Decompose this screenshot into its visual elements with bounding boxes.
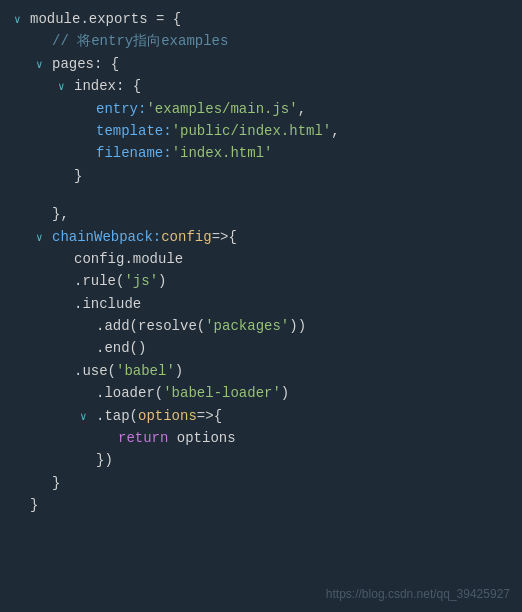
code-line: return options	[10, 427, 522, 449]
code-token: .rule(	[74, 270, 124, 292]
fold-arrow[interactable]: ∨	[36, 57, 52, 75]
fold-arrow	[14, 187, 30, 203]
code-line: ∨ chainWebpack:config=>{	[10, 226, 522, 248]
code-line: .loader('babel-loader')	[10, 382, 522, 404]
code-line: .rule('js')	[10, 270, 522, 292]
code-token: config.module	[74, 248, 183, 270]
code-line: }	[10, 472, 522, 494]
code-line: ∨ .tap(options=>{	[10, 405, 522, 427]
code-token: return	[118, 427, 177, 449]
code-line: // 将entry指向examples	[10, 30, 522, 52]
code-token: options	[177, 427, 236, 449]
code-token: options	[138, 405, 197, 427]
code-token: })	[96, 449, 113, 471]
fold-arrow[interactable]: ∨	[58, 79, 74, 97]
fold-arrow	[80, 320, 96, 336]
fold-arrow	[80, 147, 96, 163]
code-line: }	[10, 494, 522, 516]
code-line: .include	[10, 293, 522, 315]
fold-arrow	[58, 275, 74, 291]
code-token: entry:	[96, 98, 146, 120]
code-token: // 将entry指向examples	[52, 30, 228, 52]
code-token: 'babel'	[116, 360, 175, 382]
code-line	[10, 187, 522, 203]
code-token: module.exports = {	[30, 8, 181, 30]
code-token: config	[161, 226, 211, 248]
code-token: )	[175, 360, 183, 382]
code-line: filename:'index.html'	[10, 142, 522, 164]
code-token: template:	[96, 120, 172, 142]
code-line: .add(resolve('packages'))	[10, 315, 522, 337]
code-line: ∨ module.exports = {	[10, 8, 522, 30]
fold-arrow	[36, 477, 52, 493]
code-token: index: {	[74, 75, 141, 97]
code-token: }	[52, 472, 60, 494]
fold-arrow	[14, 499, 30, 515]
code-token: .tap(	[96, 405, 138, 427]
code-token: filename:	[96, 142, 172, 164]
code-token: 'public/index.html'	[172, 120, 332, 142]
fold-arrow[interactable]: ∨	[80, 409, 96, 427]
code-token: .add(resolve(	[96, 315, 205, 337]
code-line: })	[10, 449, 522, 471]
fold-arrow	[102, 432, 118, 448]
code-token: chainWebpack:	[52, 226, 161, 248]
code-token: .loader(	[96, 382, 163, 404]
code-line: entry:'examples/main.js',	[10, 98, 522, 120]
code-token: )	[281, 382, 289, 404]
code-token: )	[158, 270, 166, 292]
fold-arrow	[80, 387, 96, 403]
code-line: template:'public/index.html',	[10, 120, 522, 142]
code-line: },	[10, 203, 522, 225]
code-token: ,	[331, 120, 339, 142]
fold-arrow[interactable]: ∨	[14, 12, 30, 30]
code-token: }	[30, 494, 38, 516]
code-line: .use('babel')	[10, 360, 522, 382]
watermark: https://blog.csdn.net/qq_39425927	[326, 585, 510, 604]
code-token: 'babel-loader'	[163, 382, 281, 404]
code-token: pages: {	[52, 53, 119, 75]
code-line: ∨ pages: {	[10, 53, 522, 75]
code-token: =>{	[197, 405, 222, 427]
fold-arrow	[80, 125, 96, 141]
code-token: }	[74, 165, 82, 187]
code-token: ,	[298, 98, 306, 120]
code-block: ∨ module.exports = { // 将entry指向examples…	[0, 0, 522, 525]
code-token: 'packages'	[205, 315, 289, 337]
fold-arrow	[36, 208, 52, 224]
fold-arrow	[58, 253, 74, 269]
code-line: ∨ index: {	[10, 75, 522, 97]
code-token: ))	[289, 315, 306, 337]
fold-arrow	[36, 35, 52, 51]
code-token: =>{	[212, 226, 237, 248]
code-token: 'js'	[124, 270, 158, 292]
code-token: .include	[74, 293, 141, 315]
code-line: }	[10, 165, 522, 187]
fold-arrow	[58, 298, 74, 314]
code-line: .end()	[10, 337, 522, 359]
fold-arrow	[58, 170, 74, 186]
code-token: 'examples/main.js'	[146, 98, 297, 120]
fold-arrow	[80, 342, 96, 358]
code-line: config.module	[10, 248, 522, 270]
fold-arrow	[58, 365, 74, 381]
fold-arrow	[80, 103, 96, 119]
code-token: .use(	[74, 360, 116, 382]
fold-arrow	[80, 454, 96, 470]
code-token: .end()	[96, 337, 146, 359]
fold-arrow[interactable]: ∨	[36, 230, 52, 248]
code-token: 'index.html'	[172, 142, 273, 164]
code-token: },	[52, 203, 69, 225]
